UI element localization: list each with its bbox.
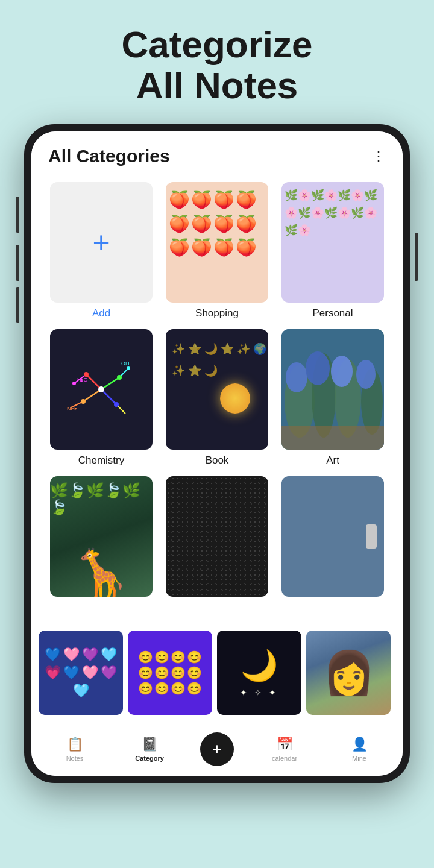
nav-add-plus-icon: + — [212, 741, 222, 758]
chemistry-category-item[interactable]: H₃C OH NH₂ Chemistry — [43, 329, 159, 467]
svg-point-24 — [306, 351, 330, 385]
book-sun-decoration — [220, 383, 250, 414]
black-notebook-cover — [166, 476, 268, 597]
portrait-cover — [306, 631, 391, 715]
moon-emoji: 🌙 — [241, 648, 278, 683]
svg-point-11 — [114, 402, 119, 407]
nav-notes[interactable]: 📋 Notes — [51, 737, 99, 762]
molecule-svg: H₃C OH NH₂ — [62, 350, 140, 429]
svg-point-12 — [81, 399, 86, 404]
stars-decoration: ✦ ✧ ✦ — [240, 688, 278, 697]
personal-category-item[interactable]: Personal — [275, 182, 391, 319]
chemistry-thumbnail: H₃C OH NH₂ — [50, 329, 153, 450]
hearts-preview[interactable]: 💙 🩷 💜 🩵 💗 💙 🩷 💜 🩵 — [39, 631, 123, 715]
moon-cover: 🌙 ✦ ✧ ✦ — [217, 631, 301, 715]
hero-title: Categorize All Notes — [98, 0, 337, 124]
notes-icon: 📋 — [67, 737, 83, 752]
nav-calendar[interactable]: 📅 calendar — [260, 737, 309, 762]
categories-grid: + Add Shopping Personal — [31, 172, 403, 621]
svg-point-9 — [84, 372, 89, 377]
calendar-nav-label: calendar — [272, 755, 297, 762]
svg-line-3 — [83, 389, 101, 401]
black-thumbnail — [166, 476, 268, 597]
giraffe-notebook-cover: 🦒 — [50, 476, 153, 597]
art-irises-svg — [281, 329, 384, 450]
svg-point-23 — [286, 362, 307, 392]
add-label: Add — [92, 307, 110, 319]
add-plus-icon: + — [92, 225, 110, 260]
black-category-item[interactable] — [159, 476, 275, 602]
svg-line-1 — [101, 377, 119, 389]
nav-category[interactable]: 📓 Category — [125, 737, 174, 762]
art-category-item[interactable]: Art — [275, 329, 391, 467]
svg-point-14 — [127, 366, 130, 370]
shopping-label: Shopping — [195, 307, 239, 319]
screen-header: All Categories ⋮ — [31, 131, 403, 172]
svg-point-25 — [331, 356, 353, 387]
art-label: Art — [326, 454, 339, 467]
smiley-cover: 😊 😊 😊 😊 😊 😊 😊 😊 😊 😊 😊 😊 — [128, 631, 212, 715]
notebook-clasp — [366, 524, 377, 549]
svg-text:H₃C: H₃C — [77, 377, 87, 383]
svg-text:NH₂: NH₂ — [67, 406, 77, 412]
more-menu-button[interactable]: ⋮ — [371, 148, 386, 165]
phone-screen: All Categories ⋮ + Add Shopping — [31, 131, 403, 776]
phone-frame: All Categories ⋮ + Add Shopping — [24, 124, 410, 783]
personal-notebook-cover — [281, 182, 384, 303]
chemistry-notebook-cover: H₃C OH NH₂ — [50, 329, 153, 450]
category-icon: 📓 — [142, 737, 158, 752]
mine-nav-label: Mine — [352, 755, 366, 762]
personal-label: Personal — [312, 307, 353, 319]
mine-icon: 👤 — [351, 737, 368, 752]
giraffe-thumbnail: 🦒 — [50, 476, 153, 597]
calendar-icon: 📅 — [277, 737, 293, 752]
personal-thumbnail — [281, 182, 384, 303]
nav-mine[interactable]: 👤 Mine — [335, 737, 383, 762]
blue-category-item[interactable] — [275, 476, 391, 602]
svg-point-10 — [117, 375, 122, 380]
book-thumbnail — [166, 329, 268, 450]
book-category-item[interactable]: Book — [159, 329, 275, 467]
book-notebook-cover — [166, 329, 268, 450]
svg-point-26 — [356, 360, 376, 389]
hearts-cover: 💙 🩷 💜 🩵 💗 💙 🩷 💜 🩵 — [39, 631, 123, 715]
screen-title: All Categories — [48, 146, 170, 166]
svg-line-2 — [101, 389, 116, 404]
svg-text:OH: OH — [121, 360, 130, 366]
category-nav-label: Category — [135, 755, 164, 762]
add-thumbnail: + — [50, 182, 153, 303]
shopping-category-item[interactable]: Shopping — [159, 182, 275, 319]
hero-section: Categorize All Notes — [98, 0, 337, 124]
giraffe-category-item[interactable]: 🦒 — [43, 476, 159, 602]
shopping-notebook-cover — [166, 182, 268, 303]
portrait-preview[interactable] — [306, 631, 391, 715]
svg-point-8 — [98, 386, 104, 392]
blue-thumbnail — [281, 476, 384, 597]
bottom-navigation: 📋 Notes 📓 Category + 📅 calendar 👤 Mine — [31, 725, 403, 776]
smiley-preview[interactable]: 😊 😊 😊 😊 😊 😊 😊 😊 😊 😊 😊 😊 — [128, 631, 212, 715]
svg-point-13 — [72, 382, 76, 385]
giraffe-emoji: 🦒 — [71, 546, 131, 597]
svg-rect-27 — [281, 426, 384, 450]
book-label: Book — [206, 454, 229, 467]
art-notebook-cover — [281, 329, 384, 450]
shopping-thumbnail — [166, 182, 268, 303]
chemistry-label: Chemistry — [78, 454, 125, 467]
blue-notebook-cover — [281, 476, 384, 597]
nav-add-button[interactable]: + — [200, 732, 234, 766]
add-category-item[interactable]: + Add — [43, 182, 159, 319]
svg-line-0 — [86, 374, 101, 389]
art-thumbnail — [281, 329, 384, 450]
notes-nav-label: Notes — [66, 755, 84, 762]
preview-strip: 💙 🩷 💜 🩵 💗 💙 🩷 💜 🩵 😊 😊 😊 😊 — [31, 621, 403, 725]
moon-preview[interactable]: 🌙 ✦ ✧ ✦ — [217, 631, 301, 715]
